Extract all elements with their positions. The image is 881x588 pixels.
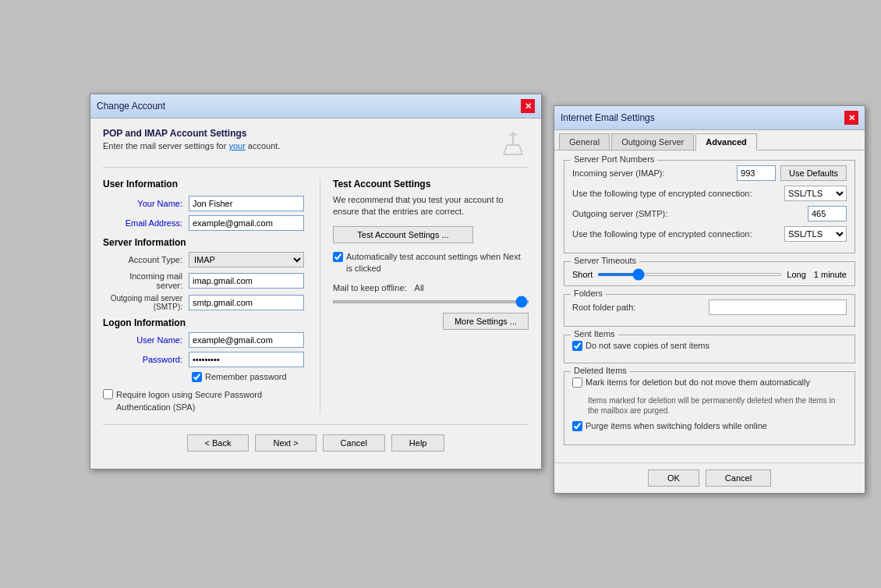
server-info-label: Server Information: [103, 237, 304, 248]
account-type-row: Account Type: IMAP POP3: [103, 252, 304, 267]
incoming-mail-label: Incoming mail server:: [103, 271, 189, 290]
incoming-server-row: Incoming server (IMAP): Use Defaults: [572, 165, 847, 181]
long-label: Long: [787, 270, 805, 279]
change-account-header: POP and IMAP Account Settings Enter the …: [103, 128, 529, 168]
auto-test-row: Automatically test account settings when…: [333, 251, 529, 275]
spa-checkbox[interactable]: [103, 389, 113, 399]
svg-line-4: [504, 145, 507, 154]
help-button[interactable]: Help: [391, 434, 445, 452]
spa-row: Require logon using Secure Password Auth…: [103, 389, 304, 413]
mark-deletion-row: Mark items for deletion but do not move …: [572, 377, 847, 388]
remember-password-checkbox[interactable]: [192, 372, 202, 382]
mark-deletion-label: Mark items for deletion but do not move …: [586, 377, 810, 388]
deleted-items-group: Deleted Items Mark items for deletion bu…: [564, 371, 855, 445]
timeout-slider[interactable]: [597, 273, 782, 276]
use-defaults-button[interactable]: Use Defaults: [780, 165, 847, 181]
incoming-server-input[interactable]: [737, 165, 776, 181]
email-settings-title: Internet Email Settings: [561, 112, 655, 123]
email-settings-cancel-button[interactable]: Cancel: [706, 469, 771, 487]
outgoing-mail-input[interactable]: [189, 295, 304, 310]
outgoing-mail-label: Outgoing mail server (SMTP):: [103, 294, 189, 311]
back-button[interactable]: < Back: [187, 434, 249, 452]
user-name-row: User Name:: [103, 332, 304, 348]
tabs-bar: General Outgoing Server Advanced: [554, 130, 865, 151]
change-account-dialog: Change Account ✕ POP and IMAP Account Se…: [90, 94, 542, 469]
incoming-mail-row: Incoming mail server:: [103, 271, 304, 290]
purge-row: Purge items when switching folders while…: [572, 420, 847, 432]
folders-group: Folders Root folder path:: [564, 294, 855, 327]
password-row: Password:: [103, 352, 304, 367]
test-account-settings-button[interactable]: Test Account Settings ...: [333, 226, 473, 243]
tab-outgoing-server[interactable]: Outgoing Server: [611, 133, 694, 150]
email-address-row: Email Address:: [103, 215, 304, 231]
server-info-section: Server Information Account Type: IMAP PO…: [103, 237, 304, 311]
encrypted-connection1-select[interactable]: SSL/TLS None STARTTLS: [784, 186, 847, 201]
change-account-body: POP and IMAP Account Settings Enter the …: [90, 119, 541, 469]
incoming-server-label: Incoming server (IMAP):: [572, 168, 737, 178]
logon-info-section: Logon Information User Name: Password: R…: [103, 317, 304, 383]
account-type-select[interactable]: IMAP POP3: [189, 252, 304, 267]
user-info-label: User Information: [103, 179, 304, 190]
more-settings-button[interactable]: More Settings ...: [443, 313, 529, 330]
user-name-input[interactable]: [189, 332, 304, 348]
purge-checkbox[interactable]: [572, 421, 582, 431]
sent-items-title: Sent Items: [571, 329, 618, 338]
logon-info-label: Logon Information: [103, 317, 304, 328]
header-link[interactable]: your: [228, 141, 245, 151]
your-name-input[interactable]: [189, 196, 304, 211]
email-settings-close-button[interactable]: ✕: [844, 111, 858, 125]
mail-offline-slider[interactable]: [333, 300, 529, 303]
account-type-label: Account Type:: [103, 255, 189, 264]
wizard-icon: [497, 128, 529, 159]
encrypted-connection2-label: Use the following type of encrypted conn…: [572, 229, 784, 239]
email-address-input[interactable]: [189, 215, 304, 231]
timeout-value: 1 minute: [814, 270, 847, 279]
tab-content-advanced: Server Port Numbers Incoming server (IMA…: [554, 151, 865, 462]
left-panel: User Information Your Name: Email Addres…: [103, 179, 304, 413]
do-not-save-row: Do not save copies of sent items: [572, 340, 847, 352]
tab-advanced[interactable]: Advanced: [695, 133, 757, 151]
deleted-note: Items marked for deletion will be perman…: [588, 395, 847, 416]
your-name-row: Your Name:: [103, 196, 304, 211]
outgoing-server-input[interactable]: [808, 206, 847, 221]
change-account-close-button[interactable]: ✕: [521, 99, 535, 113]
outgoing-server-row: Outgoing server (SMTP):: [572, 206, 847, 221]
remember-password-row: Remember password: [192, 371, 304, 383]
server-timeouts-title: Server Timeouts: [571, 256, 639, 265]
password-input[interactable]: [189, 352, 304, 367]
encrypted-connection2-select[interactable]: SSL/TLS None STARTTLS: [784, 226, 847, 242]
email-settings-titlebar: Internet Email Settings ✕: [554, 106, 865, 130]
test-account-desc: We recommend that you test your account …: [333, 194, 529, 218]
header-subtext: Enter the mail server settings for your …: [103, 141, 280, 151]
remember-password-label: Remember password: [205, 371, 287, 383]
outgoing-server-label: Outgoing server (SMTP):: [572, 209, 808, 218]
right-panel: Test Account Settings We recommend that …: [320, 179, 529, 413]
password-label: Password:: [103, 355, 189, 364]
auto-test-checkbox[interactable]: [333, 252, 343, 262]
timeout-row: Short Long 1 minute: [572, 270, 847, 279]
encrypted-connection1-label: Use the following type of encrypted conn…: [572, 189, 784, 198]
main-content: User Information Your Name: Email Addres…: [103, 179, 529, 413]
cancel-button[interactable]: Cancel: [323, 434, 385, 452]
email-settings-footer: OK Cancel: [554, 462, 865, 493]
do-not-save-label: Do not save copies of sent items: [586, 340, 709, 352]
your-name-label: Your Name:: [103, 199, 189, 208]
deleted-items-title: Deleted Items: [571, 366, 630, 375]
server-port-numbers-group: Server Port Numbers Incoming server (IMA…: [564, 160, 855, 253]
header-heading: POP and IMAP Account Settings: [103, 128, 280, 139]
ok-button[interactable]: OK: [648, 469, 699, 487]
footer-buttons: < Back Next > Cancel Help: [103, 424, 529, 459]
server-timeouts-group: Server Timeouts Short Long 1 minute: [564, 261, 855, 286]
user-name-label: User Name:: [103, 335, 189, 345]
incoming-mail-input[interactable]: [189, 273, 304, 289]
auto-test-label: Automatically test account settings when…: [346, 251, 529, 275]
folders-title: Folders: [571, 289, 606, 298]
do-not-save-checkbox[interactable]: [572, 341, 582, 351]
root-folder-row: Root folder path:: [572, 299, 847, 315]
spa-label: Require logon using Secure Password Auth…: [116, 389, 304, 413]
tab-general[interactable]: General: [559, 133, 610, 150]
next-button[interactable]: Next >: [255, 434, 316, 452]
mark-deletion-checkbox[interactable]: [572, 377, 582, 388]
server-port-numbers-title: Server Port Numbers: [571, 154, 657, 164]
root-folder-input[interactable]: [709, 299, 847, 315]
